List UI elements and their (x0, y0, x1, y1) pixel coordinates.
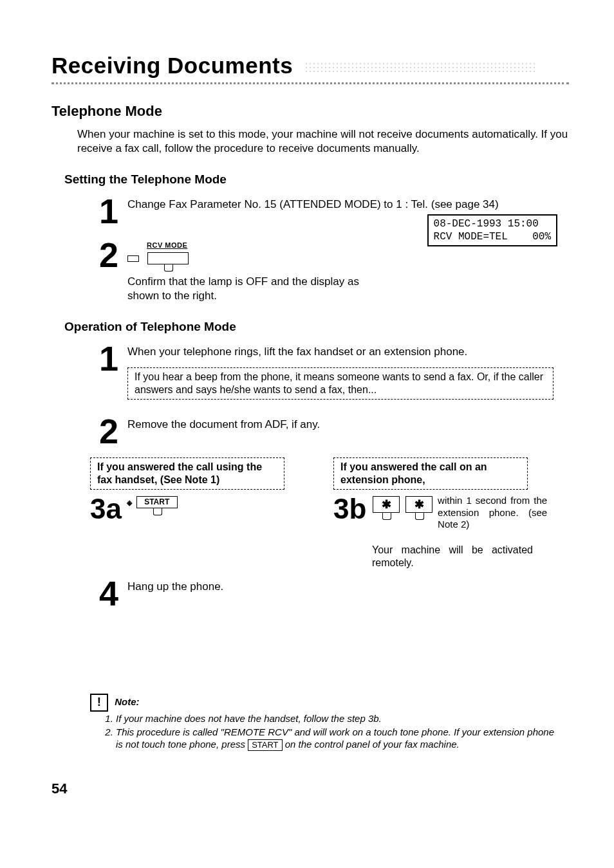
step-text: Confirm that the lamp is OFF and the dis… (127, 275, 372, 302)
step-3b-column: If you answered the call on an extension… (333, 457, 569, 569)
setting-step-2: 2 RCV MODE Confirm that the lamp is OFF … (90, 237, 569, 302)
lcd-display: 08-DEC-1993 15:00 RCV MODE=TEL 00% (427, 214, 557, 246)
step-body: Change Fax Parameter No. 15 (ATTENDED MO… (127, 194, 569, 211)
step-3a-callout: If you answered the call using the fax h… (90, 457, 284, 490)
beep-callout-box: If you hear a beep from the phone, it me… (127, 367, 554, 400)
operation-step-1: 1 When your telephone rings, lift the fa… (90, 341, 569, 405)
page-heading: Receiving Documents (51, 51, 569, 84)
step-text: Hang up the phone. (127, 576, 569, 593)
step-number: 1 (90, 194, 127, 228)
rcv-mode-key-icon (147, 252, 189, 264)
lamp-icon (127, 255, 139, 262)
subsection-operation-mode: Operation of Telephone Mode (64, 319, 569, 335)
step-body: RCV MODE Confirm that the lamp is OFF an… (127, 237, 569, 302)
lcd-line-2: RCV MODE=TEL 00% (434, 231, 551, 243)
intro-paragraph: When your machine is set to this mode, y… (77, 127, 569, 155)
step-3a-column: If you answered the call using the fax h… (90, 457, 326, 523)
step-number: 3b (333, 495, 366, 523)
step-3b-aside: within 1 second from the extension phone… (438, 495, 547, 531)
note-2-part-b: on the control panel of your fax machine… (285, 739, 460, 750)
step-3b-callout: If you answered the call on an extension… (333, 457, 528, 490)
page-number: 54 (51, 780, 67, 798)
note-alert-icon: ! (90, 694, 108, 712)
star-key-icon: ✱ (405, 496, 433, 513)
remote-activation-text: Your machine will be activated remotely. (372, 544, 533, 569)
lcd-line-1: 08-DEC-1993 15:00 (434, 218, 539, 230)
subsection-setting-mode: Setting the Telephone Mode (64, 172, 569, 187)
start-key-icon: START (136, 496, 178, 508)
star-key-icon: ✱ (373, 496, 400, 513)
note-item-2: This procedure is called "REMOTE RCV" an… (116, 726, 563, 751)
section-title-telephone-mode: Telephone Mode (51, 102, 569, 120)
step-text: Remove the document from ADF, if any. (127, 414, 569, 431)
operation-step-2: 2 Remove the document from ADF, if any. (90, 414, 569, 448)
step-number: 2 (90, 414, 127, 448)
operation-step-4: 4 Hang up the phone. (90, 576, 569, 611)
step-text: When your telephone rings, lift the fax … (127, 345, 569, 358)
step-number: 3a (90, 495, 122, 523)
notes-block: ! Note: If your machine does not have th… (90, 694, 563, 752)
step-number: 1 (90, 341, 127, 376)
step-number: 2 (90, 237, 127, 272)
step-number: 4 (90, 576, 127, 611)
note-item-1: If your machine does not have the handse… (116, 713, 563, 725)
note-label: Note: (115, 696, 139, 707)
start-key-inline-icon: START (248, 739, 282, 751)
